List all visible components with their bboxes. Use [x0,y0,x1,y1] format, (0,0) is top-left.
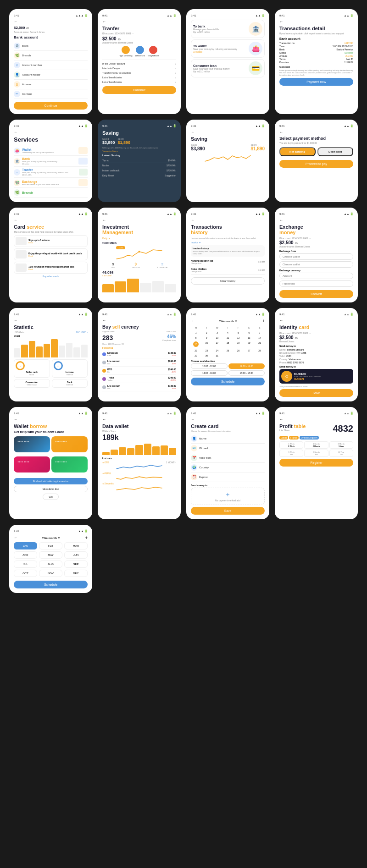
field-branch[interactable]: 🌿 Branch [14,51,88,60]
month-nov[interactable]: NOV [39,570,62,577]
back-button[interactable]: ← [279,319,353,323]
save-button[interactable]: Save [279,389,353,397]
service-wallet[interactable]: 👛 Wallet Outstanding can be a great expe… [14,146,88,156]
month-jun[interactable]: JUN [64,551,88,559]
period-12-year[interactable]: 12 Year Yes [329,450,353,457]
crypto-lite2[interactable]: Lite coinum Lite $146.00 -0.0% [102,383,176,391]
choose-wallet-input[interactable] [279,253,353,260]
menu-deeper[interactable]: In the Deeper account› [102,61,176,66]
cal-day[interactable]: 12 [234,335,244,340]
month-sep[interactable]: SEP [64,560,88,568]
cal-day[interactable]: 15 [191,341,201,348]
crypto-lite[interactable]: Lite coinum Lite $246.00 -0.0% [102,358,176,367]
back-button[interactable]: ← [14,130,88,134]
amount-input[interactable] [279,273,353,279]
save-button[interactable]: Save [191,507,265,515]
net-banking-button[interactable]: Net banking [279,147,316,156]
password-input[interactable] [279,280,353,287]
back-button[interactable]: ← [191,418,265,422]
back-button[interactable]: ← [191,319,195,323]
cal-day[interactable]: 30 [201,353,211,358]
menu-interbank[interactable]: Interbank Deeper› [102,66,176,71]
cal-day[interactable]: 7 [255,330,265,335]
back-button[interactable]: ← [102,418,176,422]
continue-button[interactable]: Continue [102,86,176,94]
crypto-treika[interactable]: Treika Treika $246.00 -1.05% [102,375,176,383]
back-button[interactable]: ← [279,20,353,24]
more-demo-button[interactable]: More demo disc [14,486,88,492]
month-dec[interactable]: DEC [64,570,88,577]
back-button[interactable]: ← [279,418,353,422]
service-bank[interactable]: 🏦 Bank Save your money by reducing unnec… [14,156,88,167]
find-service-button[interactable]: Find and add collecting the service [14,478,88,484]
menu-securities[interactable]: Transfer money to securities› [102,71,176,75]
service-detail-1[interactable]: Detail [28,242,50,244]
time-slot-2[interactable]: 12:00 - 14:00 [228,363,265,369]
choose-wallet-2-input[interactable] [279,261,353,268]
convert-button[interactable]: Convert [279,290,353,298]
back-button[interactable]: ← [14,20,88,24]
payment-now-button[interactable]: Payment now [279,78,353,86]
back-button[interactable]: ← [14,418,88,422]
service-exchange[interactable]: 💱 Exchange Make the dream of your own ho… [14,178,88,188]
period-1-week[interactable]: 1 Week 5 Week [279,441,303,449]
schedule-button[interactable]: Schedule [14,581,88,588]
service-item-1[interactable]: Sign up in 1 minute Detail [14,235,88,247]
month-may[interactable]: MAY [39,551,62,559]
back-button[interactable]: ← [14,218,88,222]
cal-day[interactable]: 16 [201,341,211,348]
period-3-month[interactable]: 3 Month 1 Year [329,441,353,449]
continue-button[interactable]: Continue [14,102,88,110]
cal-day[interactable]: 31 [212,353,222,358]
get-button[interactable]: Get [43,494,58,500]
cal-day[interactable]: 28 [255,348,265,353]
month-jul[interactable]: JUL [14,560,37,568]
crypto-usd[interactable]: $ USD [111,262,115,269]
cal-day[interactable]: 25 [222,348,233,353]
time-slot-1[interactable]: 10:00 - 12:00 [191,363,228,369]
period-1-month[interactable]: 1 Month 2 Month [304,441,328,449]
service-branch[interactable]: 🌿 Branch [14,188,88,198]
consumer-loan-option[interactable]: Consumer loan Save /Manage your financia… [191,59,265,77]
crypto-ethereum[interactable]: Ξ ETHEREUM [157,262,167,269]
month-feb[interactable]: FEB [39,542,62,549]
service-transfer[interactable]: ↔ Tranfer Save plan money by reducing un… [14,167,88,178]
field-account-holder[interactable]: 👤 Account holder [14,70,88,80]
menu-beneficiaries-2[interactable]: List of beneficiaries› [102,80,176,84]
cal-day[interactable]: 11 [222,335,233,340]
service-detail-3[interactable]: Detail [28,268,74,270]
field-valid-from[interactable]: 📅 Valid from [191,453,265,463]
cal-day[interactable]: 5 [234,330,244,335]
service-item-3[interactable]: 10% refund on weekend supermarket bills … [14,262,88,274]
invoice-filter[interactable]: Invoice ▼ [191,241,265,244]
service-detail-2[interactable]: Detail [28,255,82,257]
proceed-to-pay-button[interactable]: Proceed to pay [279,160,353,168]
cal-day[interactable]: 8 [191,335,201,340]
pay-other-cards-link[interactable]: Pay other cards [14,275,88,278]
field-name[interactable]: 👤 Name [191,434,265,444]
transaction-history-link[interactable]: Transaction history [102,150,176,152]
back-button[interactable]: ← [191,218,265,222]
cal-day[interactable]: 3 [212,330,222,335]
cal-day[interactable]: 1 [191,330,201,335]
cal-day[interactable]: 21 [255,341,265,348]
cal-day[interactable]: 24 [212,348,222,353]
add-button[interactable]: + [262,319,265,324]
menu-beneficiaries-1[interactable]: List of beneficiaries› [102,75,176,80]
time-slot-4[interactable]: 16:00 - 18:00 [228,370,265,376]
cal-day[interactable]: 9 [201,335,211,340]
schedule-button[interactable]: Schedule [191,378,265,385]
back-button[interactable]: ← [279,130,353,134]
field-content[interactable]: ✏ Content [14,89,88,99]
add-button[interactable]: + [85,535,88,540]
history-item-1[interactable]: Nursing children eat Change: free 0.00 A… [191,258,265,266]
month-oct[interactable]: OCT [14,570,37,577]
field-id-card[interactable]: 🪪 ID card [191,444,265,453]
back-button[interactable]: ← [102,218,176,222]
cal-day[interactable]: 18 [222,341,233,348]
period-6-month[interactable]: 6 Month Yes [304,450,328,457]
cal-day[interactable]: 27 [244,348,254,353]
cal-day[interactable]: 2 [201,330,211,335]
daily-filter[interactable]: Daily ▼ [102,237,176,240]
to-bank-option[interactable]: To bank Manage your financial life Up to… [191,20,265,38]
